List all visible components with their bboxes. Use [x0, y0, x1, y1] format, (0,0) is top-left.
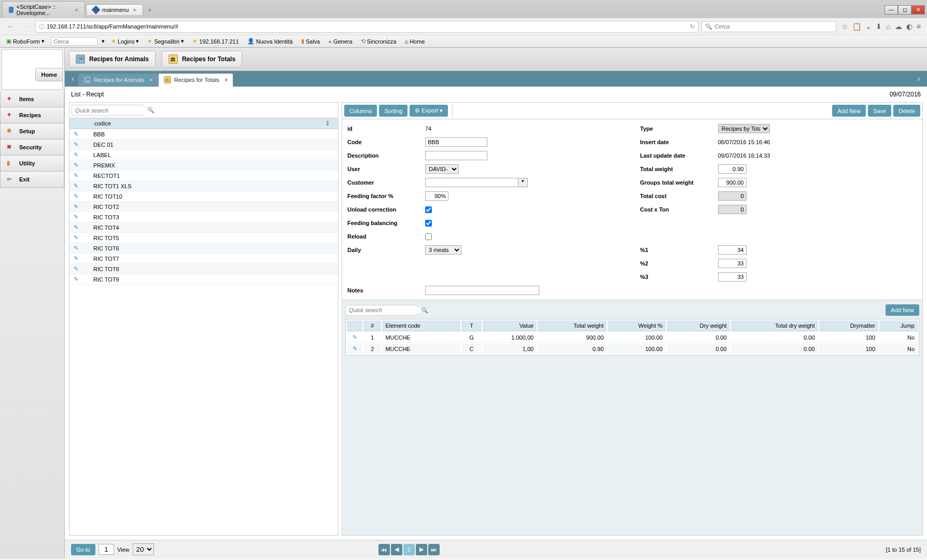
edit-icon[interactable]: ✎ [74, 151, 81, 158]
edit-icon[interactable]: ✎ [74, 214, 81, 220]
roboform-button[interactable]: ▣ RoboForm ▾ [4, 37, 47, 46]
table-row[interactable]: ✎1MUCCHEG1.000,00900.00100.000.000.00100… [347, 332, 918, 343]
sub-tabs-prev[interactable]: ‹ [68, 74, 78, 83]
new-tab-button[interactable]: + [144, 5, 156, 15]
columns-button[interactable]: Columns [344, 105, 377, 117]
edit-icon[interactable]: ✎ [74, 193, 81, 200]
edit-icon[interactable]: ✎ [74, 255, 81, 262]
feeding-factor-input[interactable] [425, 191, 448, 201]
list-column-codice[interactable]: codice ▲▼ [94, 120, 334, 127]
sublist-search-box[interactable]: 🔍 [345, 305, 418, 316]
minimize-button[interactable]: — [884, 5, 898, 15]
sub-tab-totals[interactable]: ⚖ Recipes for Totals × [158, 73, 234, 87]
browser-search-box[interactable]: 🔍 [701, 21, 836, 32]
sidebar-item-utility[interactable]: ▮Utility [0, 156, 64, 172]
user-select[interactable]: DAVID- [425, 164, 459, 174]
reload-checkbox[interactable] [425, 233, 432, 240]
type-select[interactable]: Recipes by Totals [718, 124, 770, 133]
list-row[interactable]: ✎RIC TOT10 [69, 191, 338, 202]
delete-button[interactable]: Delete [893, 105, 920, 117]
pager-prev[interactable]: ◀ [391, 544, 402, 555]
url-box[interactable]: ⓘ ↻ [35, 21, 698, 33]
reload-icon[interactable]: ↻ [690, 23, 695, 30]
list-row[interactable]: ✎BBB [69, 129, 338, 139]
search-icon[interactable]: 🔍 [147, 107, 154, 114]
close-tab-icon[interactable]: × [133, 7, 136, 13]
goto-button[interactable]: Go to [71, 544, 95, 555]
edit-icon[interactable]: ✎ [353, 345, 357, 352]
customer-input[interactable] [425, 178, 518, 187]
edit-icon[interactable]: ✎ [74, 224, 81, 231]
edit-icon[interactable]: ✎ [74, 265, 81, 272]
groups-total-weight-input[interactable] [718, 178, 747, 187]
roboform-search[interactable] [51, 37, 97, 46]
home-tab[interactable]: Home [35, 68, 63, 81]
star-icon[interactable]: ☆ [841, 22, 848, 31]
customer-dropdown[interactable]: ▾ [518, 178, 528, 187]
edit-icon[interactable]: ✎ [74, 162, 81, 169]
list-row[interactable]: ✎RIC TOT7 [69, 254, 338, 264]
total-weight-input[interactable] [718, 164, 747, 174]
back-button[interactable]: ← [4, 20, 17, 33]
edit-icon[interactable]: ✎ [74, 141, 81, 148]
feeding-balancing-checkbox[interactable] [425, 220, 432, 227]
unload-correction-checkbox[interactable] [425, 206, 432, 213]
browser-tab-mainmenu[interactable]: mainmenu × [86, 4, 143, 15]
list-row[interactable]: ✎RIC TOT9 [69, 274, 338, 285]
forward-button[interactable]: → [20, 20, 32, 33]
top-tab-recipes-totals[interactable]: ⚖ Recipes for Totals [162, 51, 242, 67]
close-icon[interactable]: × [149, 77, 152, 83]
edit-icon[interactable]: ✎ [74, 276, 81, 283]
description-input[interactable] [425, 151, 487, 160]
quick-search-input[interactable] [75, 107, 147, 114]
close-window-button[interactable]: ✕ [911, 5, 925, 15]
sync-icon[interactable]: ☁ [895, 22, 902, 31]
edit-icon[interactable]: ✎ [74, 245, 81, 251]
search-icon[interactable]: 🔍 [421, 307, 428, 314]
maximize-button[interactable]: ◻ [898, 5, 911, 15]
home-bookmark[interactable]: ⌂ Home [402, 37, 427, 46]
browser-tab-scriptcase[interactable]: <ScriptCase> :: Developme... × [2, 1, 85, 18]
list-row[interactable]: ✎RIC TOT3 [69, 212, 338, 222]
shield-icon[interactable]: ◐ [906, 22, 912, 31]
sub-tabs-next[interactable]: › [914, 74, 924, 83]
edit-icon[interactable]: ✎ [74, 131, 81, 137]
list-row[interactable]: ✎RIC TOT6 [69, 243, 338, 254]
save-button[interactable]: Save [868, 105, 891, 117]
sidebar-item-exit[interactable]: ⇦Exit [0, 172, 64, 188]
home-icon[interactable]: ⌂ [886, 22, 890, 31]
percent1-input[interactable] [718, 245, 747, 255]
daily-select[interactable]: 3 meals [425, 245, 461, 255]
sincronizza-bookmark[interactable]: ⟲ Sincronizza [359, 37, 399, 46]
sub-tab-animals[interactable]: 🐄 Recipes for Animals × [78, 74, 158, 86]
percent3-input[interactable] [718, 272, 747, 282]
pager-next[interactable]: ▶ [416, 544, 427, 555]
list-row[interactable]: ✎PREMIX [69, 160, 338, 171]
export-button[interactable]: Export ▾ [410, 105, 448, 117]
sublist-add-new-button[interactable]: Add New [886, 304, 919, 316]
sidebar-item-setup[interactable]: ✹Setup [0, 123, 64, 139]
code-input[interactable] [425, 137, 487, 147]
quick-search-box[interactable]: 🔍 [72, 105, 144, 116]
list-row[interactable]: ✎RIC TOT8 [69, 264, 338, 274]
list-row[interactable]: ✎RIC TOT4 [69, 222, 338, 233]
list-row[interactable]: ✎RIC TOT2 [69, 202, 338, 212]
pocket-icon[interactable]: ⌄ [865, 22, 872, 31]
list-row[interactable]: ✎RECTOT1 [69, 171, 338, 181]
per-page-select[interactable]: 20 [133, 543, 154, 555]
sort-icon[interactable]: ▲▼ [326, 120, 330, 127]
sidebar-item-security[interactable]: ✖Security [0, 139, 64, 156]
notes-input[interactable] [425, 286, 539, 295]
sidebar-item-items[interactable]: ✦Items [0, 91, 64, 107]
pager-last[interactable]: ⏭ [428, 544, 440, 555]
sidebar-item-recipes[interactable]: ✦Recipes [0, 107, 64, 123]
downloads-icon[interactable]: ⬇ [876, 22, 882, 31]
list-row[interactable]: ✎LABEL [69, 150, 338, 160]
sublist-search-input[interactable] [349, 307, 421, 313]
segnalibri-bookmark[interactable]: ★ Segnalibri ▾ [145, 37, 186, 46]
menu-icon[interactable]: ≡ [917, 22, 921, 31]
browser-search-input[interactable] [714, 23, 833, 30]
add-new-button[interactable]: Add New [832, 105, 866, 117]
table-row[interactable]: ✎2MUCCHEC1,000.90100.000.000.00100No [347, 344, 918, 354]
genera-bookmark[interactable]: ● Genera [326, 37, 354, 46]
